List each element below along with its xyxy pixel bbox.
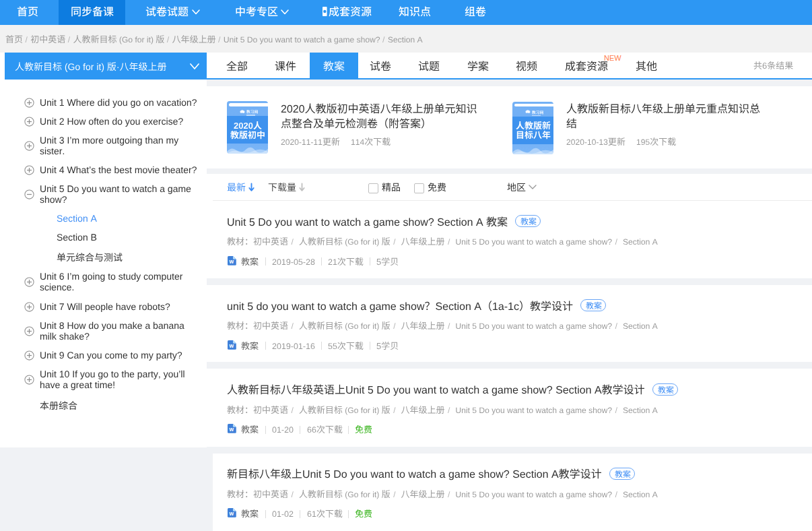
svg-text:w: w bbox=[228, 510, 234, 517]
svg-text:w: w bbox=[228, 342, 234, 349]
svg-text:w: w bbox=[228, 426, 234, 433]
svg-text:w: w bbox=[228, 258, 234, 265]
